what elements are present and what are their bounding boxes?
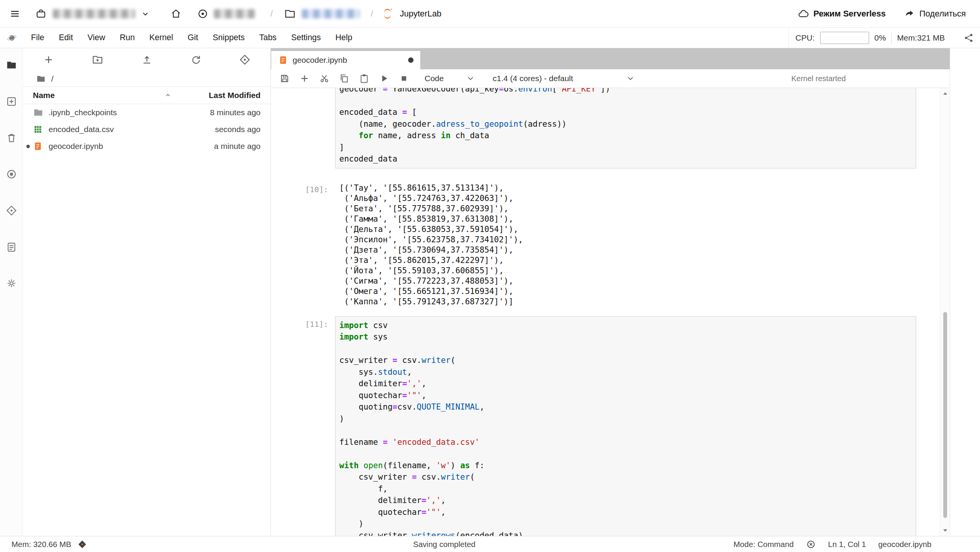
main-area: / Name Last Modified .ipynb_checkpoints8…	[0, 48, 980, 536]
workspace-name-redacted[interactable]	[53, 9, 135, 18]
folder-icon	[284, 8, 296, 20]
new-launcher-button[interactable]	[43, 54, 54, 65]
paste-cells-button[interactable]	[356, 71, 373, 86]
new-folder-button[interactable]	[92, 54, 103, 65]
notebook-cells: geocoder = YandexGeocoder(api_key=os.env…	[271, 88, 940, 536]
cut-cells-button[interactable]	[316, 71, 333, 86]
code-line: sys.stdout,	[339, 366, 912, 378]
code-cell: [11]:import csvimport sys csv_writer = c…	[271, 316, 940, 536]
code-line	[339, 425, 912, 436]
modified-dot	[26, 145, 30, 148]
memory-status: Mem: 320.66 MB	[11, 540, 71, 549]
file-name: encoded_data.csv	[49, 125, 173, 134]
code-line: (name, geocoder.adress_to_geopoint(adres…	[339, 118, 912, 130]
file-name: .ipynb_checkpoints	[49, 108, 173, 117]
menu-kernel[interactable]: Kernel	[142, 28, 180, 48]
code-line: filename = 'encoded_data.csv'	[339, 436, 912, 448]
save-button[interactable]	[276, 71, 293, 86]
chevron-down-icon	[466, 74, 475, 83]
jupyterlab-window: / / JupyterLab Режим Serverless Поделить…	[0, 0, 980, 552]
cell-type-dropdown[interactable]: Code	[425, 74, 475, 83]
kernel-status-icon[interactable]	[806, 539, 816, 549]
home-icon[interactable]	[170, 8, 182, 20]
menu-run[interactable]: Run	[112, 28, 142, 48]
code-line: )	[339, 413, 912, 425]
run-cell-button[interactable]	[376, 71, 392, 86]
breadcrumb[interactable]: /	[23, 71, 270, 87]
git-status-icon[interactable]	[77, 539, 87, 549]
stop-kernel-button[interactable]	[396, 71, 412, 86]
right-sidebar	[950, 48, 980, 536]
add-cell-button[interactable]	[296, 71, 313, 86]
code-line: ('Дельта', '[55.638053,37.591054]'),	[339, 224, 912, 235]
code-line: csv_writer.writerows(encoded_data)	[339, 530, 912, 536]
code-line: encoded_data	[339, 153, 912, 165]
code-line	[339, 95, 912, 107]
cursor-position[interactable]: Ln 1, Col 1	[828, 540, 866, 549]
tab-bar: geocoder.ipynb	[271, 48, 950, 69]
file-row[interactable]: geocoder.ipynba minute ago	[23, 138, 270, 155]
git-icon[interactable]	[5, 204, 18, 217]
command-mode-indicator[interactable]: Mode: Command	[734, 540, 794, 549]
status-message: Saving completed	[413, 540, 475, 549]
breadcrumb-separator: /	[270, 9, 273, 19]
code-line: [('Тау', '[55.861615,37.513134]'),	[339, 183, 912, 193]
code-line: ('Сигма', '[55.772223,37.488053]'),	[339, 276, 912, 286]
code-line: quoting=csv.QUOTE_MINIMAL,	[339, 401, 912, 413]
menu-help[interactable]: Help	[328, 28, 360, 48]
scroll-up-arrow[interactable]	[942, 90, 949, 97]
code-line: csv_writer = csv.writer(	[339, 354, 912, 366]
menu-file[interactable]: File	[24, 28, 52, 48]
code-line: geocoder = YandexGeocoder(api_key=os.env…	[339, 88, 912, 95]
tab-title: geocoder.ipynb	[293, 56, 404, 65]
copy-cells-button[interactable]	[336, 71, 353, 86]
column-name[interactable]: Name	[33, 91, 55, 100]
share-button[interactable]: Поделиться	[920, 9, 966, 19]
menu-edit[interactable]: Edit	[52, 28, 80, 48]
menu-settings[interactable]: Settings	[284, 28, 328, 48]
notebook-scrollbar[interactable]	[940, 88, 950, 536]
scroll-down-arrow[interactable]	[942, 527, 949, 534]
menu-view[interactable]: View	[80, 28, 112, 48]
code-line: ('Дзета', '[55.730694,37.735854]'),	[339, 245, 912, 255]
share-network-icon[interactable]	[963, 32, 975, 44]
scrollbar-thumb[interactable]	[943, 312, 947, 518]
code-editor[interactable]: geocoder = YandexGeocoder(api_key=os.env…	[335, 88, 916, 168]
running-sessions-icon[interactable]	[5, 168, 18, 180]
task-list-icon[interactable]	[5, 241, 18, 253]
refresh-button[interactable]	[190, 54, 202, 65]
file-row[interactable]: encoded_data.csvseconds ago	[23, 121, 270, 138]
menu-items: FileEditViewRunKernelGitSnippetsTabsSett…	[24, 28, 360, 48]
column-modified[interactable]: Last Modified	[173, 91, 260, 100]
kernel-value: c1.4 (4 cores) - default	[493, 74, 573, 83]
code-line: csv_writer = csv.writer(	[339, 471, 912, 483]
tab-geocoder-ipynb[interactable]: geocoder.ipynb	[271, 51, 421, 69]
file-browser-icon[interactable]	[5, 59, 18, 71]
upload-button[interactable]	[141, 54, 153, 65]
code-editor[interactable]: import csvimport sys csv_writer = csv.wr…	[335, 316, 916, 536]
trash-icon[interactable]	[5, 132, 18, 144]
table-file-icon	[33, 124, 44, 134]
hamburger-menu-icon[interactable]	[9, 8, 21, 20]
cell-prompt: [11]:	[271, 316, 335, 536]
app-title: JupyterLab	[400, 9, 441, 19]
notebook-toolbar: Code c1.4 (4 cores) - default Kernel res…	[271, 69, 950, 88]
new-launcher-icon[interactable]	[5, 95, 18, 108]
unsaved-changes-dot[interactable]	[408, 57, 413, 63]
status-bar: Mem: 320.66 MB Saving completed Mode: Co…	[0, 536, 980, 552]
serverless-mode-label[interactable]: Режим Serverless	[814, 9, 886, 19]
cpu-limit-input[interactable]	[820, 32, 869, 44]
chevron-down-icon[interactable]	[140, 9, 150, 19]
code-line: ('Йота', '[55.59103,37.606855]'),	[339, 266, 912, 276]
task-name-redacted[interactable]	[302, 9, 360, 18]
sort-ascending-icon[interactable]	[164, 91, 172, 99]
menu-git[interactable]: Git	[181, 28, 205, 48]
menu-snippets[interactable]: Snippets	[205, 28, 252, 48]
git-clone-button[interactable]	[239, 54, 251, 65]
menu-tabs[interactable]: Tabs	[252, 28, 284, 48]
code-line: ('Бета', '[55.775788,37.602939]'),	[339, 204, 912, 214]
settings-gear-icon[interactable]	[5, 277, 18, 289]
project-name-redacted[interactable]	[214, 9, 255, 18]
file-row[interactable]: .ipynb_checkpoints8 minutes ago	[23, 104, 270, 121]
kernel-dropdown[interactable]: c1.4 (4 cores) - default	[493, 74, 635, 83]
